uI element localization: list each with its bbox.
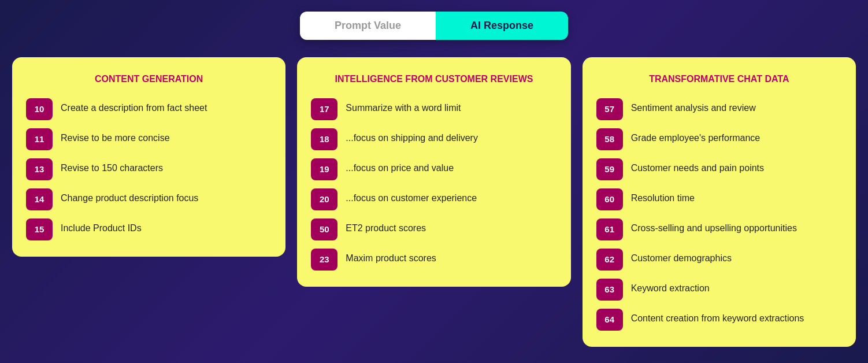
- list-item[interactable]: 11Revise to be more concise: [26, 128, 272, 150]
- badge-number: 57: [596, 98, 623, 120]
- badge-number: 58: [596, 128, 623, 150]
- item-label: Summarize with a word limit: [346, 98, 461, 114]
- badge-number: 18: [311, 128, 337, 150]
- list-item[interactable]: 23Maxim product scores: [311, 249, 557, 271]
- card-content-generation: CONTENT GENERATION10Create a description…: [12, 57, 285, 257]
- tab-prompt-value[interactable]: Prompt Value: [300, 12, 436, 40]
- item-label: ...focus on customer experience: [346, 188, 477, 205]
- list-item[interactable]: 18...focus on shipping and delivery: [311, 128, 557, 150]
- item-label: ...focus on shipping and delivery: [346, 128, 478, 145]
- item-label: Content creation from keyword extraction…: [631, 309, 804, 325]
- list-item[interactable]: 59Customer needs and pain points: [596, 158, 842, 180]
- item-label: Include Product IDs: [61, 218, 142, 235]
- card-title-intelligence-reviews: INTELLIGENCE FROM CUSTOMER REVIEWS: [311, 73, 557, 86]
- badge-number: 17: [311, 98, 337, 120]
- list-item[interactable]: 58Grade employee's performance: [596, 128, 842, 150]
- item-label: ET2 product scores: [346, 218, 426, 235]
- badge-number: 61: [596, 218, 623, 240]
- badge-number: 23: [311, 249, 337, 271]
- badge-number: 13: [26, 158, 53, 180]
- card-intelligence-reviews: INTELLIGENCE FROM CUSTOMER REVIEWS17Summ…: [297, 57, 570, 287]
- item-label: ...focus on price and value: [346, 158, 454, 175]
- badge-number: 60: [596, 188, 623, 210]
- list-item[interactable]: 50ET2 product scores: [311, 218, 557, 240]
- badge-number: 19: [311, 158, 337, 180]
- list-item[interactable]: 61Cross-selling and upselling opportunit…: [596, 218, 842, 240]
- tabs-container: Prompt Value AI Response: [300, 12, 568, 40]
- badge-number: 11: [26, 128, 53, 150]
- list-item[interactable]: 10Create a description from fact sheet: [26, 98, 272, 120]
- item-label: Sentiment analysis and review: [631, 98, 756, 114]
- badge-number: 63: [596, 279, 623, 301]
- badge-number: 59: [596, 158, 623, 180]
- badge-number: 10: [26, 98, 53, 120]
- item-label: Change product description focus: [61, 188, 198, 205]
- list-item[interactable]: 57Sentiment analysis and review: [596, 98, 842, 120]
- list-item[interactable]: 14Change product description focus: [26, 188, 272, 210]
- badge-number: 62: [596, 249, 623, 271]
- list-item[interactable]: 63Keyword extraction: [596, 279, 842, 301]
- item-label: Maxim product scores: [346, 249, 436, 265]
- list-item[interactable]: 64Content creation from keyword extracti…: [596, 309, 842, 331]
- item-label: Grade employee's performance: [631, 128, 761, 145]
- badge-number: 50: [311, 218, 337, 240]
- list-item[interactable]: 62Customer demographics: [596, 249, 842, 271]
- item-label: Cross-selling and upselling opportunitie…: [631, 218, 797, 235]
- badge-number: 64: [596, 309, 623, 331]
- list-item[interactable]: 15Include Product IDs: [26, 218, 272, 240]
- list-item[interactable]: 20...focus on customer experience: [311, 188, 557, 210]
- item-label: Create a description from fact sheet: [61, 98, 207, 114]
- item-label: Resolution time: [631, 188, 695, 205]
- list-item[interactable]: 19...focus on price and value: [311, 158, 557, 180]
- card-title-content-generation: CONTENT GENERATION: [26, 73, 272, 86]
- item-label: Revise to 150 characters: [61, 158, 163, 175]
- card-title-transformative-chat: TRANSFORMATIVE CHAT DATA: [596, 73, 842, 86]
- cards-container: CONTENT GENERATION10Create a description…: [12, 57, 856, 347]
- item-label: Revise to be more concise: [61, 128, 170, 145]
- tab-ai-response[interactable]: AI Response: [436, 12, 568, 40]
- badge-number: 20: [311, 188, 337, 210]
- item-label: Keyword extraction: [631, 279, 710, 295]
- list-item[interactable]: 60Resolution time: [596, 188, 842, 210]
- list-item[interactable]: 17Summarize with a word limit: [311, 98, 557, 120]
- card-transformative-chat: TRANSFORMATIVE CHAT DATA57Sentiment anal…: [583, 57, 856, 347]
- list-item[interactable]: 13Revise to 150 characters: [26, 158, 272, 180]
- badge-number: 15: [26, 218, 53, 240]
- item-label: Customer needs and pain points: [631, 158, 764, 175]
- item-label: Customer demographics: [631, 249, 732, 265]
- badge-number: 14: [26, 188, 53, 210]
